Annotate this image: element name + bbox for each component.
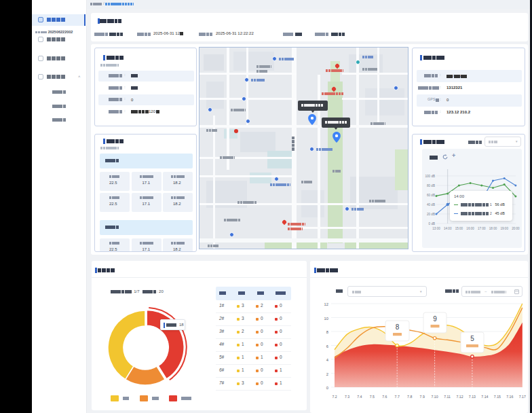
svg-text:7.3: 7.3 (345, 395, 349, 399)
svg-text:13:00: 13:00 (432, 227, 440, 230)
svg-text:10: 10 (324, 317, 328, 321)
svg-text:18:00: 18:00 (489, 227, 497, 230)
svg-text:15:00: 15:00 (455, 227, 463, 230)
svg-text:7.8: 7.8 (407, 395, 412, 399)
svg-text:7.11: 7.11 (444, 395, 451, 399)
svg-text:4: 4 (326, 358, 329, 362)
svg-text:9: 9 (433, 315, 437, 323)
svg-text:6: 6 (326, 344, 328, 348)
svg-text:7.15: 7.15 (494, 395, 501, 399)
svg-text:20:00: 20:00 (512, 227, 520, 230)
svg-text:7.5: 7.5 (370, 395, 375, 399)
svg-text:8: 8 (326, 330, 328, 334)
svg-text:0 dB: 0 dB (429, 222, 435, 226)
svg-text:7.10: 7.10 (432, 395, 438, 399)
svg-text:80 dB: 80 dB (427, 184, 435, 187)
svg-text:7.14: 7.14 (481, 395, 488, 399)
svg-text:14:00: 14:00 (444, 227, 452, 230)
svg-text:60 dB: 60 dB (427, 194, 435, 197)
svg-text:20 dB: 20 dB (427, 213, 435, 216)
svg-text:100 dB: 100 dB (425, 175, 435, 178)
svg-text:16:00: 16:00 (466, 227, 474, 230)
svg-text:7.12: 7.12 (456, 395, 463, 399)
svg-text:7.16: 7.16 (506, 395, 513, 399)
svg-text:17:00: 17:00 (478, 227, 486, 230)
svg-text:7.6: 7.6 (382, 395, 387, 399)
svg-text:7.9: 7.9 (420, 395, 425, 399)
svg-text:0: 0 (326, 386, 328, 390)
svg-text:12: 12 (324, 302, 328, 306)
svg-text:8: 8 (396, 323, 400, 331)
svg-text:7.2: 7.2 (332, 395, 337, 399)
svg-text:19:00: 19:00 (500, 227, 508, 230)
svg-text:7.4: 7.4 (357, 395, 362, 399)
svg-text:5: 5 (470, 335, 474, 342)
svg-text:7.7: 7.7 (395, 395, 400, 399)
svg-text:7.17: 7.17 (519, 395, 526, 399)
svg-text:7.13: 7.13 (469, 395, 476, 399)
svg-text:40 dB: 40 dB (427, 203, 435, 206)
svg-text:2: 2 (326, 372, 328, 376)
